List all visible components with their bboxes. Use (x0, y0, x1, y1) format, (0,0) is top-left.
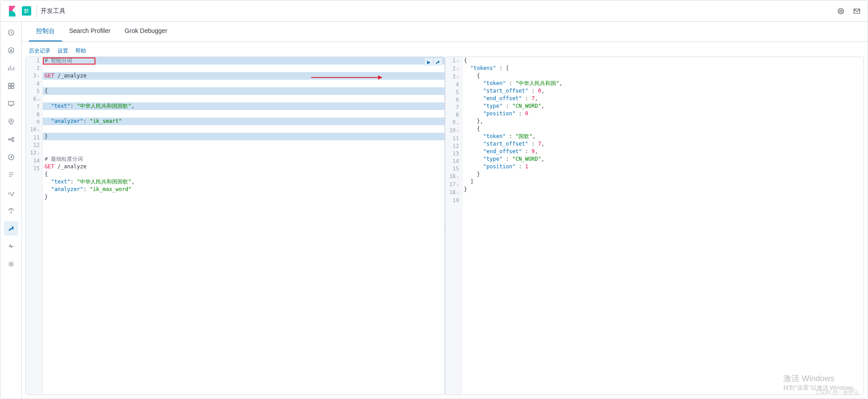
management-icon[interactable] (4, 257, 18, 271)
recent-icon[interactable] (4, 25, 18, 40)
discover-icon[interactable] (4, 43, 18, 57)
output-panel[interactable]: 1▾2▾3▾456789▴10▾111213141516▴17▴18▴19 { … (445, 57, 864, 395)
svg-point-12 (12, 137, 14, 139)
run-button[interactable]: ▶ (425, 58, 433, 66)
newsfeed-icon[interactable] (834, 4, 848, 18)
dashboard-icon[interactable] (4, 79, 18, 93)
output-gutter: 1▾2▾3▾456789▴10▾111213141516▴17▴18▴19 (445, 57, 462, 395)
tab-grok-debugger[interactable]: Grok Debugger (118, 22, 175, 41)
uptime-icon[interactable] (4, 204, 18, 218)
tab-console[interactable]: 控制台 (29, 22, 62, 41)
visualize-icon[interactable] (4, 61, 18, 75)
svg-point-0 (838, 8, 843, 14)
svg-point-10 (10, 121, 12, 122)
kibana-logo-icon[interactable] (8, 6, 18, 16)
output-code: { "tokens" : [ { "token" : "中华人民共和国", "s… (462, 57, 864, 395)
svg-point-11 (8, 138, 10, 140)
topbar: 默 开发工具 (0, 0, 868, 22)
svg-point-17 (10, 263, 12, 265)
maps-icon[interactable] (4, 114, 18, 129)
sidebar (0, 22, 22, 399)
breadcrumb: 开发工具 (37, 4, 66, 18)
svg-point-13 (12, 140, 14, 142)
monitoring-icon[interactable] (4, 239, 18, 253)
svg-point-4 (8, 48, 14, 53)
wrench-button[interactable] (434, 58, 442, 66)
svg-rect-5 (8, 83, 11, 86)
subtabs: 历史记录 设置 帮助 (22, 42, 868, 57)
ml-icon[interactable] (4, 132, 18, 147)
subtab-history[interactable]: 历史记录 (29, 45, 50, 57)
editor-panel[interactable]: 123▾456▴78910▾111213▴1415 # 智能分词 GET /_a… (25, 57, 445, 395)
tabs: 控制台 Search Profiler Grok Debugger (22, 22, 868, 42)
svg-point-16 (11, 212, 12, 213)
app-badge[interactable]: 默 (22, 6, 31, 16)
metrics-icon[interactable] (4, 150, 18, 164)
editor-gutter: 123▾456▴78910▾111213▴1415 (26, 57, 43, 395)
devtools-icon[interactable] (4, 221, 18, 236)
logs-icon[interactable] (4, 168, 18, 182)
mail-icon[interactable] (850, 4, 864, 18)
svg-rect-9 (8, 102, 14, 105)
editor-code[interactable]: # 智能分词 GET /_analyze { "text": "中华人民共和国国… (43, 57, 444, 395)
svg-rect-7 (8, 86, 11, 89)
canvas-icon[interactable] (4, 97, 18, 111)
apm-icon[interactable] (4, 186, 18, 200)
svg-rect-6 (12, 83, 14, 86)
svg-rect-8 (12, 86, 14, 89)
subtab-help[interactable]: 帮助 (75, 45, 86, 57)
svg-point-1 (840, 10, 842, 12)
tab-search-profiler[interactable]: Search Profiler (62, 22, 118, 41)
subtab-settings[interactable]: 设置 (58, 45, 68, 57)
